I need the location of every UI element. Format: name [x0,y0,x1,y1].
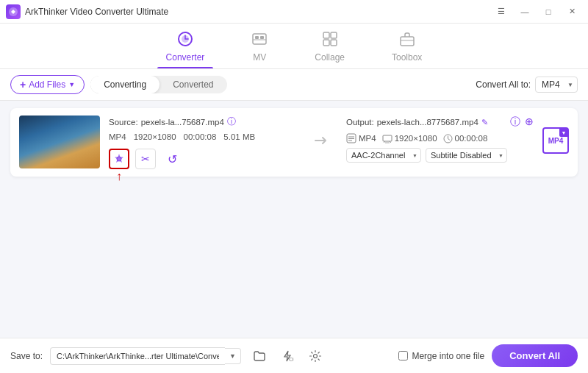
save-path-input[interactable] [50,347,225,365]
flash-button[interactable]: OFF [276,346,298,366]
output-resolution-icon: 1920×1080 [382,133,437,143]
arrow-divider [305,130,337,151]
tab-collage-label: Collage [315,52,345,63]
output-selects: AAC-2Channel AAC-Stereo MP3 Subtitle Dis… [346,148,534,163]
add-files-label: Add Files [29,79,65,90]
right-output-col: MP4 ▼ [542,116,569,154]
output-header: Output: pexels-lach...8775687.mp4 ✎ ⓘ ⊕ [346,116,534,129]
bottom-icons: OFF [248,346,326,366]
app-title: ArkThinker Video Converter Ultimate [25,7,168,17]
scissors-icon: ✂ [141,153,150,165]
close-button[interactable]: ✕ [562,4,582,19]
svg-rect-3 [253,34,266,44]
svg-point-21 [314,354,318,358]
file-card: Source: pexels-la...75687.mp4 ⓘ MP4 1920… [10,108,578,177]
output-add-icon[interactable]: ⊕ [525,116,534,129]
tab-converter-label: Converter [166,52,205,63]
tab-toolbox-label: Toolbox [392,52,422,63]
file-info-left: Source: pexels-la...75687.mp4 ⓘ MP4 1920… [109,116,296,169]
path-dropdown-button[interactable]: ▼ [225,348,241,364]
file-thumbnail [19,116,100,168]
content-area: Source: pexels-la...75687.mp4 ⓘ MP4 1920… [0,101,588,338]
merge-checkbox[interactable] [398,351,408,360]
output-icons: ⓘ ⊕ [510,116,534,129]
rotate-button[interactable]: ↺ [162,149,182,169]
subtitle-select[interactable]: Subtitle Disabled No Subtitle Add Subtit… [426,148,507,163]
main-container: Converter MV Col [0,24,588,373]
toolbar-right: Convert All to: MP4 MKV AVI MOV [476,77,578,93]
rotate-icon: ↺ [168,152,177,166]
add-files-button[interactable]: + Add Files ▼ [10,75,85,94]
tab-collage[interactable]: Collage [306,28,354,68]
svg-rect-5 [260,36,264,39]
nav-tabs: Converter MV Col [0,24,588,69]
output-filename: pexels-lach...8775687.mp4 [377,118,478,127]
svg-rect-9 [323,40,329,46]
svg-rect-11 [401,37,414,46]
file-format: MP4 [109,132,126,141]
svg-rect-4 [255,36,259,39]
audio-select[interactable]: AAC-2Channel AAC-Stereo MP3 [346,148,421,163]
output-format: MP4 [359,134,376,143]
edit-icon[interactable]: ✎ [481,118,488,127]
plus-icon: + [20,79,26,90]
format-select-wrapper: MP4 MKV AVI MOV [535,77,578,93]
source-filename: pexels-la...75687.mp4 [141,118,224,127]
tab-converter[interactable]: Converter [157,28,214,68]
output-label: Output: [346,118,374,127]
enhance-button[interactable]: ↑ [109,149,129,169]
file-size: 5.01 MB [223,132,255,141]
converted-tab[interactable]: Converted [159,76,226,93]
converter-icon [177,31,193,51]
save-to-label: Save to: [10,351,43,361]
converting-tabs-group: Converting Converted [90,76,226,93]
merge-label[interactable]: Merge into one file [412,351,484,361]
tab-mv-label: MV [253,52,266,63]
format-icon-box[interactable]: MP4 ▼ [542,127,569,154]
titlebar-left: ArkThinker Video Converter Ultimate [6,4,168,19]
svg-text:OFF: OFF [289,356,294,363]
maximize-button[interactable]: □ [538,4,559,19]
output-resolution: 1920×1080 [395,134,437,143]
cut-button[interactable]: ✂ [135,149,156,169]
svg-rect-7 [323,32,329,38]
output-info-icon[interactable]: ⓘ [510,116,520,129]
output-duration: 00:00:08 [455,134,488,143]
file-duration: 00:00:08 [184,132,217,141]
titlebar: ArkThinker Video Converter Ultimate ☰ — … [0,0,588,24]
output-format-badge: MP4 [346,133,376,143]
converting-tab[interactable]: Converting [90,76,159,93]
menu-button[interactable]: ☰ [491,4,512,19]
source-label: Source: [109,118,138,127]
svg-rect-8 [331,32,337,38]
folder-button[interactable] [248,346,270,366]
tab-toolbox[interactable]: Toolbox [383,28,431,68]
app-icon [6,4,21,19]
toolbar-left: + Add Files ▼ Converting Converted [10,75,227,94]
save-path-wrapper: ▼ [50,347,241,365]
toolbox-icon [399,31,415,51]
format-select[interactable]: MP4 MKV AVI MOV [535,77,578,93]
collage-icon [322,31,338,51]
file-actions: ↑ ✂ ↺ [109,149,296,169]
convert-all-to-label: Convert All to: [476,79,531,90]
settings-button[interactable] [304,346,326,366]
red-arrow-indicator: ↑ [116,171,122,182]
thumbnail-image [19,116,100,168]
svg-rect-10 [331,40,337,46]
bottom-bar: Save to: ▼ OFF [0,338,588,373]
add-files-dropdown-icon: ▼ [68,81,75,88]
output-meta: MP4 1920×1080 00:00: [346,133,534,143]
tab-mv[interactable]: MV [243,28,276,68]
subtitle-select-wrap: Subtitle Disabled No Subtitle Add Subtit… [426,148,507,163]
format-box-dropdown-icon: ▼ [559,128,568,137]
format-box-label: MP4 [548,137,564,145]
titlebar-controls: ☰ — □ ✕ [491,4,582,19]
toolbar: + Add Files ▼ Converting Converted Conve… [0,69,588,101]
minimize-button[interactable]: — [514,4,535,19]
convert-all-button[interactable]: Convert All [492,344,578,367]
output-duration-wrap: 00:00:08 [443,134,488,143]
svg-rect-18 [383,135,392,141]
info-icon[interactable]: ⓘ [227,116,236,128]
file-resolution: 1920×1080 [134,132,176,141]
